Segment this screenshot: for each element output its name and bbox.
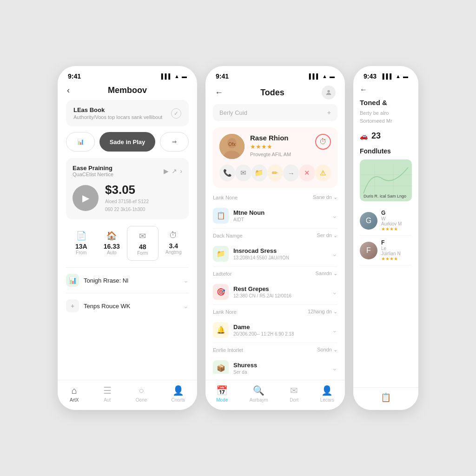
phone2-profile-badge: ⏱: [315, 134, 331, 150]
stat4-icon: ⏱: [162, 231, 185, 240]
phone2-chevron-4: ⌄: [332, 326, 337, 334]
phone1-stat-1: 📄 13A From: [66, 226, 97, 261]
phone2-list-name-4: Dame: [233, 324, 327, 331]
phone2-search-placeholder: Berly Cuid: [219, 109, 247, 116]
phone3-description: Berty be alro Sortomeed Mr: [360, 109, 412, 125]
phone2-title: Todes: [260, 88, 284, 98]
phone1-price-block: $3.05 Aloed 37158-ef S122 060 22 3k16-1h…: [105, 183, 149, 213]
phone1-video-icons: ▶ ↗ ›: [164, 167, 182, 175]
video-icon: ▶: [164, 167, 169, 175]
phone2-action-close[interactable]: ✕: [299, 165, 315, 181]
phone1-primary-label: Sade in Play: [110, 139, 145, 145]
phone3-map: Duris R. ical Sam Lngo: [360, 159, 412, 201]
phone2-section-action-1[interactable]: Sane dn ⌄: [313, 194, 337, 200]
p2-signal-icon: ▌▌▌: [309, 73, 320, 79]
phone1-list-item-2[interactable]: + Tenps Rouce WK ⌄: [66, 293, 189, 318]
p2-wifi-icon: ▲: [322, 73, 327, 79]
phone1-left-action-button[interactable]: 📊: [66, 132, 95, 152]
phone1-nav-cnorts[interactable]: 👤 Cnorts: [171, 385, 185, 403]
phone2-profile-info: Rase Rhion ★★★★ Provegte AFIL AM: [250, 134, 310, 157]
p3-nav-icon: 📋: [381, 393, 391, 402]
phone2-list-name-5: Shuress: [233, 362, 327, 369]
phone2-nav-dort[interactable]: ✉ Dort: [290, 385, 298, 403]
phone2-bottom-nav: 📅 Mode 🔍 Aurbaym ✉ Dort 👤 Lecars: [205, 380, 345, 410]
phone1-primary-action-button[interactable]: Sade in Play: [99, 132, 155, 152]
phone3-trainer2-sub: Juirlian N: [381, 251, 412, 256]
phone2-time: 9:41: [216, 73, 229, 80]
phone1-video-body: ▶ $3.05 Aloed 37158-ef S122 060 22 3k16-…: [73, 183, 182, 213]
phone2-list-info-1: Mtne Noun AIDT: [233, 209, 327, 222]
phone1-list-item-1[interactable]: 📊 Tonigh Rrase: Nl ⌄: [66, 267, 189, 293]
menu-icon: ☰: [103, 385, 112, 396]
phone2-list-item-1[interactable]: 📋 Mtne Noun AIDT ⌄: [213, 203, 337, 229]
phone1-nav-oone[interactable]: ○ Oone: [136, 385, 147, 403]
p2-aurbaym-label: Aurbaym: [250, 397, 268, 403]
phone3-status-bar: 9:43 ▌▌▌ ▲ ▬: [353, 66, 418, 83]
phone2-section-action-3[interactable]: Sanrdn ⌄: [315, 271, 337, 277]
phone2-nav-mode[interactable]: 📅 Mode: [216, 385, 228, 403]
phone2-profile-card: Ofx Rase Rhion ★★★★ Provegte AFIL AM ⏱ 📞…: [213, 127, 337, 188]
phone2-search-bar[interactable]: Berly Cuid +: [213, 104, 337, 121]
phone2-list-item-2[interactable]: 📁 Insrocad Sress 13:208h14.5560 JAU///IO…: [213, 241, 337, 267]
p2-lecars-icon: 👤: [321, 385, 333, 396]
phone1-list-chevron-2: ⌄: [183, 302, 189, 310]
phone2-section-4: Lank Nore 12hang dn ⌄ 🔔 Dame 20/306.200-…: [213, 309, 337, 343]
phone2-section-action-4[interactable]: 12hang dn ⌄: [308, 309, 337, 315]
phone2-action-folder[interactable]: 📁: [251, 165, 267, 181]
phone3-trainer1-avatar: G: [360, 212, 377, 230]
stat3-icon: ✉: [131, 231, 154, 241]
stat1-value: 13A: [70, 243, 93, 250]
phone3-trainer2-avatar: F: [360, 242, 377, 259]
phone2-avatar-icon[interactable]: [322, 86, 336, 99]
phone2-action-edit[interactable]: ✏: [267, 165, 283, 181]
clock-icon: ○: [139, 385, 144, 396]
p2-mode-icon: 📅: [216, 385, 228, 396]
share-icon: ↗: [172, 167, 177, 175]
phone1-right-action-button[interactable]: ⇒: [160, 132, 189, 152]
phone-2: 9:41 ▌▌▌ ▲ ▬ ← Todes Berly Cuid +: [205, 66, 345, 410]
phone1-back-button[interactable]: ‹: [67, 86, 70, 95]
stat2-icon: 🏠: [100, 231, 124, 241]
phone1-price: $3.05: [105, 183, 149, 197]
phone1-list-left-2: + Tenps Rouce WK: [66, 299, 130, 312]
stat4-label: Angtmg: [162, 250, 185, 255]
signal-icon: ▌▌▌: [161, 73, 172, 79]
phone1-nav-artx[interactable]: ⌂ ArtX: [70, 385, 79, 403]
phone1-time: 9:41: [68, 73, 81, 80]
phone2-section-1: Lank None Sane dn ⌄ 📋 Mtne Noun AIDT ⌄: [213, 194, 337, 229]
phone3-back-button[interactable]: ←: [360, 83, 412, 99]
phone2-list-item-3[interactable]: 🎯 Rest Grepes 12:380 CN / R5.2Al 12/0016…: [213, 279, 337, 305]
p2-dort-icon: ✉: [290, 385, 298, 396]
phone2-section-action-2[interactable]: Ser dn ⌄: [317, 232, 337, 238]
stat2-value: 16.33: [100, 243, 124, 250]
phone2-status-bar: 9:41 ▌▌▌ ▲ ▬: [205, 66, 345, 83]
phone3-section-title: Fondlutes: [360, 147, 412, 155]
phone2-list-item-4[interactable]: 🔔 Dame 20/306.200-- 11:2H 6.90 2.18 ⌄: [213, 317, 337, 343]
phone3-trainer-1[interactable]: G G W Aurkiov M ★★★★: [360, 206, 412, 236]
phone3-nav-item[interactable]: 📋: [381, 392, 391, 403]
phone2-action-msg[interactable]: ✉: [235, 165, 251, 181]
phone2-action-call[interactable]: 📞: [219, 165, 235, 181]
phone1-card-check[interactable]: ✓: [171, 108, 181, 119]
phone2-back-button[interactable]: ←: [215, 88, 223, 98]
phone1-play-button[interactable]: ▶: [73, 185, 99, 211]
phone2-action-alert[interactable]: ⚠: [315, 165, 331, 181]
stat3-label: Form: [131, 251, 154, 256]
phone2-section-header-5: Enrlie Intorlet Sondn ⌄: [213, 347, 337, 353]
phone3-trainer1-sub: Aurkiov M: [381, 221, 412, 226]
phone3-trainer-2[interactable]: F F Le Juirlian N ★★★★: [360, 236, 412, 265]
phone2-nav-aurbaym[interactable]: 🔍 Aurbaym: [250, 385, 268, 403]
arrow-icon: ⇒: [172, 139, 177, 145]
phone2-action-arrow[interactable]: →: [283, 165, 299, 181]
phone2-status-icons: ▌▌▌ ▲ ▬: [309, 73, 335, 79]
phone1-nav-aut[interactable]: ☰ Aut: [103, 385, 112, 403]
phone2-nav-lecars[interactable]: 👤 Lecars: [320, 385, 334, 403]
phone2-list-item-5[interactable]: 📦 Shuress Ser da ⌄: [213, 356, 337, 374]
phone2-section-action-5[interactable]: Sondn ⌄: [317, 347, 337, 353]
phone2-profile-stars: ★★★★: [250, 143, 310, 150]
phone1-book-card[interactable]: LEas Book Authority/Voos top locars sank…: [66, 100, 189, 126]
phone1-list-icon-1: 📊: [66, 274, 79, 287]
p3-signal-icon: ▌▌▌: [383, 73, 393, 79]
phone1-video-title: Ease Praining: [73, 165, 113, 172]
phone2-search-button[interactable]: +: [327, 109, 331, 116]
